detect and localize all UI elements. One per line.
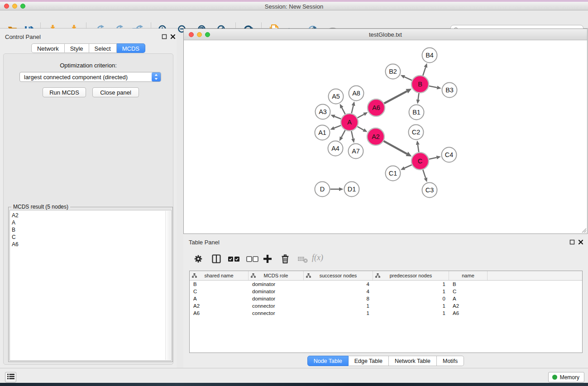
graph-edge-A-A6[interactable] bbox=[358, 114, 364, 118]
mcds-result-item[interactable]: B bbox=[10, 226, 171, 234]
delete-row-button[interactable] bbox=[279, 253, 291, 265]
mcds-result-item[interactable]: C bbox=[10, 234, 171, 241]
edge-arrowhead-icon bbox=[424, 63, 427, 68]
optimization-criterion-label: Optimization criterion: bbox=[4, 62, 173, 69]
column-chooser-button[interactable] bbox=[210, 253, 222, 265]
column-header-MCDS-role[interactable]: MCDS role bbox=[249, 271, 304, 280]
graph-edge-C-C1[interactable] bbox=[405, 165, 412, 168]
graph-edge-B-B1[interactable] bbox=[418, 93, 419, 100]
function-builder-button[interactable]: f(x) bbox=[312, 253, 323, 262]
table-cell[interactable]: B bbox=[449, 281, 488, 288]
graph-edge-A-A8[interactable] bbox=[352, 105, 354, 113]
tab-style[interactable]: Style bbox=[65, 43, 89, 53]
table-cell[interactable]: 1 bbox=[304, 310, 373, 317]
resize-grip-icon[interactable] bbox=[580, 227, 587, 233]
network-canvas[interactable]: B4B2BB3A8A5A6B1A3AC2A1A2A4A7C4CC1C3DD1 bbox=[184, 40, 587, 234]
table-cell[interactable]: 1 bbox=[373, 281, 449, 288]
graph-node-label: C bbox=[418, 157, 422, 165]
graph-edge-B-B4[interactable] bbox=[423, 67, 425, 76]
tab-mcds[interactable]: MCDS bbox=[117, 43, 145, 53]
mcds-result-item[interactable]: A2 bbox=[10, 212, 171, 219]
graph-edge-A6-B[interactable] bbox=[384, 91, 407, 104]
table-cell[interactable]: A bbox=[190, 295, 249, 302]
network-window-titlebar[interactable]: testGlobe.txt bbox=[184, 29, 587, 40]
table-row[interactable]: Adominator80A bbox=[190, 295, 582, 302]
graph-edge-B-B3[interactable] bbox=[429, 86, 437, 88]
graph-edge-A-A3[interactable] bbox=[335, 116, 341, 119]
tab-network-table[interactable]: Network Table bbox=[389, 356, 437, 366]
column-header-shared-name[interactable]: shared name bbox=[190, 271, 249, 280]
table-cell[interactable]: connector bbox=[249, 310, 304, 317]
table-cell[interactable]: connector bbox=[249, 302, 304, 310]
graph-edge-B-B2[interactable] bbox=[404, 77, 412, 81]
tab-select[interactable]: Select bbox=[89, 43, 117, 53]
list-scrollbar[interactable] bbox=[165, 211, 171, 360]
table-cell[interactable]: C bbox=[190, 288, 249, 295]
table-cell[interactable]: dominator bbox=[249, 281, 304, 288]
graph-edge-C-C4[interactable] bbox=[429, 157, 437, 159]
main-titlebar: Session: New Session bbox=[0, 2, 588, 10]
tab-motifs[interactable]: Motifs bbox=[437, 356, 464, 366]
tab-edge-table[interactable]: Edge Table bbox=[349, 356, 389, 366]
graph-node-label: A1 bbox=[318, 129, 326, 136]
edge-arrowhead-icon bbox=[424, 177, 427, 182]
deselect-all-columns-button[interactable] bbox=[245, 253, 260, 265]
graph-edge-A-A7[interactable] bbox=[351, 131, 353, 139]
criterion-select[interactable]: largest connected component (directed) bbox=[19, 72, 161, 82]
table-cell[interactable]: A6 bbox=[190, 310, 249, 317]
graph-node-label: A5 bbox=[332, 93, 340, 100]
table-row[interactable]: A6connector11A6 bbox=[190, 310, 582, 317]
table-cell[interactable]: C bbox=[449, 288, 488, 295]
table-cell[interactable]: 1 bbox=[373, 310, 449, 317]
select-all-columns-button[interactable] bbox=[227, 253, 241, 265]
graph-node-label: C3 bbox=[425, 186, 434, 194]
float-panel-icon[interactable] bbox=[162, 33, 167, 41]
graph-node-label: C4 bbox=[445, 151, 454, 158]
table-cell[interactable]: A2 bbox=[449, 302, 488, 310]
close-panel-button[interactable]: Close panel bbox=[92, 87, 139, 97]
graph-node-label: A7 bbox=[352, 148, 360, 155]
tab-network[interactable]: Network bbox=[31, 43, 65, 53]
table-cell[interactable]: 1 bbox=[304, 302, 373, 310]
graph-edge-A-A2[interactable] bbox=[358, 127, 364, 130]
table-row[interactable]: Cdominator41C bbox=[190, 288, 582, 295]
table-cell[interactable]: A bbox=[449, 295, 488, 302]
graph-edge-A-A4[interactable] bbox=[341, 130, 345, 138]
task-history-button[interactable] bbox=[5, 372, 16, 382]
table-row[interactable]: A2connector11A2 bbox=[190, 302, 582, 310]
network-window-title: testGlobe.txt bbox=[184, 31, 587, 38]
table-cell[interactable]: 1 bbox=[373, 288, 449, 295]
table-cell[interactable]: 0 bbox=[373, 295, 449, 302]
graph-node-label: D bbox=[320, 186, 325, 193]
table-cell[interactable]: 4 bbox=[304, 281, 373, 288]
table-cell[interactable]: B bbox=[190, 281, 249, 288]
graph-edge-A-A1[interactable] bbox=[334, 125, 341, 128]
memory-button[interactable]: Memory bbox=[548, 372, 584, 382]
run-mcds-button[interactable]: Run MCDS bbox=[43, 87, 86, 97]
table-row[interactable]: Bdominator41B bbox=[190, 281, 582, 288]
close-panel-icon[interactable] bbox=[170, 33, 176, 41]
float-panel-icon[interactable] bbox=[569, 238, 575, 247]
table-cell[interactable]: A2 bbox=[190, 302, 249, 310]
graph-edge-A2-C[interactable] bbox=[384, 141, 407, 154]
table-cell[interactable]: dominator bbox=[249, 288, 304, 295]
graph-edge-A-A5[interactable] bbox=[342, 108, 345, 114]
column-header-name[interactable]: name bbox=[449, 271, 488, 280]
table-cell[interactable]: 4 bbox=[304, 288, 373, 295]
close-panel-icon[interactable] bbox=[578, 238, 583, 247]
graph-edge-C-C3[interactable] bbox=[423, 170, 425, 178]
table-cell[interactable]: dominator bbox=[249, 295, 304, 302]
mcds-result-item[interactable]: A bbox=[10, 219, 171, 226]
create-column-button[interactable] bbox=[262, 253, 273, 265]
network-view-window: testGlobe.txt B4B2BB3A8A5A6B1A3AC2A1A2A4… bbox=[183, 29, 588, 234]
table-settings-button[interactable] bbox=[192, 253, 204, 265]
table-cell[interactable]: 8 bbox=[304, 295, 373, 302]
column-header-successor-nodes[interactable]: successor nodes bbox=[304, 271, 373, 280]
tab-node-table[interactable]: Node Table bbox=[307, 356, 349, 366]
column-header-predecessor-nodes[interactable]: predecessor nodes bbox=[373, 271, 449, 280]
mcds-result-item[interactable]: A6 bbox=[10, 241, 171, 248]
graph-edge-C-C2[interactable] bbox=[418, 145, 419, 152]
table-cell[interactable]: 1 bbox=[373, 302, 449, 310]
delete-column-button[interactable] bbox=[297, 253, 309, 265]
table-cell[interactable]: A6 bbox=[449, 310, 488, 317]
